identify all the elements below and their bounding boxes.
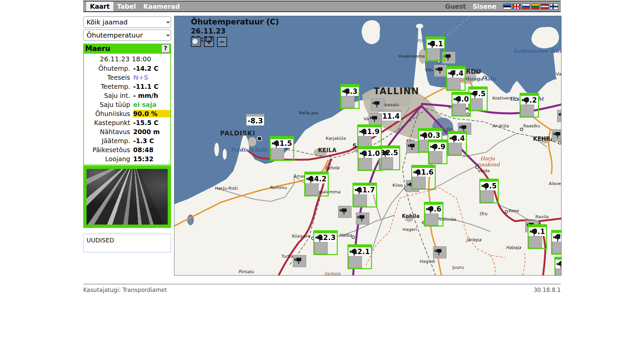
station-marker[interactable]: -12.1 xyxy=(347,244,372,269)
station-marker[interactable]: -11.5 xyxy=(270,136,294,161)
flag-russia-icon[interactable] xyxy=(522,4,530,9)
station-timestamp: 26.11.23 18:00 xyxy=(84,54,170,64)
layer-select[interactable]: Õhutemperatuur xyxy=(83,29,171,41)
town-label: Keila-Joa xyxy=(299,110,318,115)
topbar-right: Guest Sisene xyxy=(445,3,561,10)
camera-icon[interactable] xyxy=(529,236,542,248)
camera-icon[interactable] xyxy=(480,190,494,202)
camera-icon[interactable] xyxy=(359,158,372,170)
station-marker[interactable]: -11.9 xyxy=(357,124,382,149)
town-ring-icon xyxy=(483,76,486,79)
camera-icon[interactable] xyxy=(369,113,382,125)
map[interactable]: TALLINNPALDISKIKEILASAUEKEHRAARDUKohilaH… xyxy=(174,16,561,276)
camera-icon[interactable] xyxy=(521,105,534,117)
row-value: 15:32 xyxy=(133,155,170,163)
camera-icon[interactable] xyxy=(427,48,440,60)
flag-uk-icon[interactable] xyxy=(513,4,521,9)
town-label: Haiba xyxy=(339,233,352,238)
station-marker[interactable]: -9.6 xyxy=(424,202,443,227)
station-marker[interactable]: -11.4 xyxy=(378,109,401,121)
station-marker[interactable]: -11.7 xyxy=(353,183,377,207)
station-temperature: -8.3 xyxy=(247,117,264,125)
station-marker[interactable]: 12.5 xyxy=(379,145,400,170)
help-button[interactable]: ? xyxy=(161,44,170,53)
current-user-label: Guest xyxy=(445,3,466,10)
camera-icon[interactable] xyxy=(371,99,384,111)
camera-icon[interactable] xyxy=(354,194,367,206)
station-marker[interactable]: -11.0 xyxy=(358,146,382,171)
town-label: Lehola xyxy=(325,165,339,170)
camera-icon[interactable] xyxy=(293,255,306,267)
town-label: Haabneeme xyxy=(398,54,425,59)
station-marker[interactable]: -7 xyxy=(554,257,561,276)
station-data-row: TeeseisN+S xyxy=(84,73,170,82)
camera-icon[interactable] xyxy=(552,242,561,254)
station-marker[interactable]: -7. xyxy=(551,230,561,255)
town-ring-icon xyxy=(515,98,518,101)
camera-icon[interactable] xyxy=(429,151,442,163)
station-marker[interactable]: -14.2 xyxy=(304,172,329,196)
station-data-row: Nähtavus2000 m xyxy=(84,127,170,136)
station-marker[interactable]: -8.3 xyxy=(246,114,264,126)
station-marker[interactable]: -8.0 xyxy=(451,92,471,117)
camera-icon[interactable] xyxy=(406,141,420,153)
station-marker[interactable]: -9.1 xyxy=(528,224,547,249)
station-marker[interactable]: -12.3 xyxy=(313,230,338,255)
station-data-row: Päikesetõus08:48 xyxy=(84,145,170,154)
station-marker[interactable]: -9.9 xyxy=(428,139,447,164)
town-label: KEILA xyxy=(318,147,336,154)
zoom-in-button[interactable]: + xyxy=(204,37,214,47)
camera-icon[interactable] xyxy=(552,129,561,141)
overview-map-button[interactable] xyxy=(191,37,201,47)
flag-finland-icon[interactable] xyxy=(550,4,558,9)
station-marker[interactable]: -9.5 xyxy=(479,179,499,203)
camera-icon[interactable] xyxy=(348,256,362,268)
camera-icon[interactable] xyxy=(425,214,438,226)
camera-icon[interactable] xyxy=(314,242,328,254)
camera-icon[interactable] xyxy=(557,110,561,122)
camera-icon[interactable] xyxy=(434,65,447,77)
camera-icon[interactable] xyxy=(555,268,561,276)
camera-icon[interactable] xyxy=(338,206,352,218)
station-marker[interactable]: -11.6 xyxy=(411,165,436,190)
row-label: Päikesetõus xyxy=(84,146,130,154)
town-label: Val xyxy=(556,71,561,76)
flag-lithuania-icon[interactable] xyxy=(531,4,539,9)
town-label: Habaja xyxy=(506,245,521,250)
camera-icon[interactable] xyxy=(469,98,483,110)
login-link[interactable]: Sisene xyxy=(473,3,496,10)
zoom-out-button[interactable]: − xyxy=(217,37,227,47)
tab-kaamerad[interactable]: Kaamerad xyxy=(140,2,183,11)
station-marker[interactable]: -7.5 xyxy=(468,86,488,111)
flag-latvia-icon[interactable] xyxy=(541,4,549,9)
tab-tabel[interactable]: Tabel xyxy=(113,2,140,11)
camera-icon[interactable] xyxy=(305,183,319,195)
camera-icon[interactable] xyxy=(412,177,426,189)
camera-icon[interactable] xyxy=(452,104,466,116)
camera-icon[interactable] xyxy=(447,78,461,90)
camera-icon[interactable] xyxy=(433,246,446,258)
flag-estonia-icon[interactable] xyxy=(503,4,511,9)
station-marker[interactable]: -5.1 xyxy=(426,37,445,61)
camera-icon[interactable] xyxy=(356,213,369,225)
camera-icon[interactable] xyxy=(271,148,284,160)
town-label: Rummu xyxy=(270,185,287,190)
camera-icon[interactable] xyxy=(341,96,355,108)
town-label: Alavere xyxy=(549,181,561,186)
tab-kaart[interactable]: Kaart xyxy=(86,2,113,11)
town-label: PALDISKI xyxy=(220,129,255,137)
row-value: - mm/h xyxy=(133,92,170,99)
camera-icon[interactable] xyxy=(448,143,462,155)
row-label: Nähtavus xyxy=(84,128,130,135)
support-label: Kasutajatugi: Transpordiamet xyxy=(83,287,167,293)
station-marker[interactable]: -8.4 xyxy=(447,131,467,156)
row-label: Teetemp. xyxy=(84,83,130,90)
road-camera-frame[interactable] xyxy=(83,166,171,228)
town-label: Oru xyxy=(479,211,487,216)
station-marker[interactable]: -7.4 xyxy=(446,66,466,91)
town-label: Viin xyxy=(425,67,433,72)
row-label: Teeseis xyxy=(84,74,130,81)
station-marker[interactable]: -8.3 xyxy=(340,84,360,109)
station-select[interactable]: Kõik jaamad xyxy=(83,16,171,28)
station-marker[interactable]: -9.2 xyxy=(520,93,539,118)
